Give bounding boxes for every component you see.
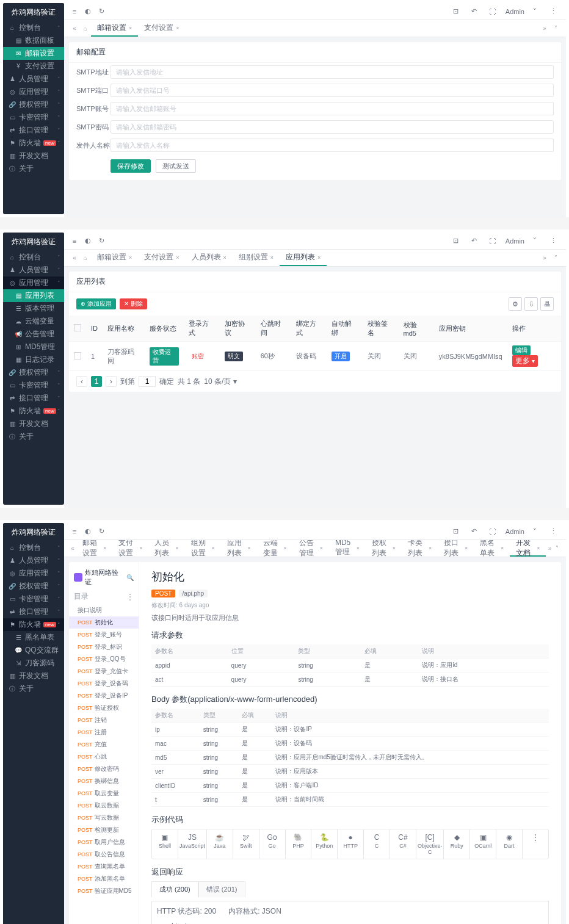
nav-pay[interactable]: ¥支付设置	[3, 60, 64, 73]
tab-mail[interactable]: 邮箱设置×	[91, 20, 138, 37]
nav-firewall[interactable]: ⚑防火墙new˅	[3, 405, 64, 417]
tab-item[interactable]: 应用列表×	[280, 250, 327, 266]
tab-item[interactable]: 黑名单表×	[474, 540, 510, 557]
nav-staff[interactable]: ♟人员管理˅	[3, 73, 64, 85]
return-icon[interactable]: ↶	[469, 526, 480, 537]
nav-staff[interactable]: ♟人员管理˅	[3, 554, 64, 567]
api-list-item[interactable]: POST登录_QQ号	[69, 653, 139, 665]
nav-devdoc[interactable]: ▥开发文档	[3, 417, 64, 430]
home-icon[interactable]: ⌂	[80, 250, 91, 266]
api-list-item[interactable]: POST登录_标识	[69, 641, 139, 653]
tab-item[interactable]: 云端变量×	[257, 540, 293, 557]
api-list-item[interactable]: POST初始化	[69, 616, 139, 629]
lang-tab[interactable]: ☕Java	[207, 829, 233, 859]
tab-item[interactable]: 组别设置×	[233, 250, 280, 266]
admin-label[interactable]: Admin	[506, 528, 524, 535]
tabs-down-icon[interactable]: ˅	[550, 250, 561, 266]
api-list-item[interactable]: POST添加黑名单	[69, 873, 139, 885]
api-list-item[interactable]: POST登录_账号	[69, 629, 139, 641]
tab-item[interactable]: 应用列表×	[221, 540, 257, 557]
api-list-item[interactable]: POST取云数据	[69, 799, 139, 812]
tab-item[interactable]: 人员列表×	[148, 540, 184, 557]
api-list-item[interactable]: POST注册	[69, 726, 139, 738]
tabs-nav-icon[interactable]: ˅	[554, 540, 561, 557]
nav-about[interactable]: ⓘ关于	[3, 162, 64, 175]
tab-item[interactable]: 开发文档×	[510, 540, 546, 557]
search-icon[interactable]: 🔍	[126, 574, 134, 581]
nav-devdoc[interactable]: ▥开发文档	[3, 670, 64, 682]
nav-console[interactable]: ⌂控制台˄	[3, 21, 64, 34]
add-app-button[interactable]: ⊕ 添加应用	[76, 298, 116, 309]
fullscreen-icon[interactable]: ⛶	[487, 236, 498, 247]
smtp-port-input[interactable]	[111, 84, 554, 97]
api-list-item[interactable]: POST验证授权	[69, 702, 139, 714]
filter-icon[interactable]: ⚙	[509, 297, 522, 311]
save-button[interactable]: 保存修改	[111, 159, 151, 173]
resp-tab-error[interactable]: 错误 (201)	[198, 881, 245, 897]
nav-app[interactable]: ◎应用管理˄	[3, 276, 64, 289]
return-icon[interactable]: ↶	[469, 6, 480, 17]
edit-button[interactable]: 编辑	[512, 345, 531, 355]
lang-tab[interactable]: ▣Shell	[152, 829, 178, 859]
pager-page[interactable]: 1	[91, 376, 102, 387]
chevron-down-icon[interactable]: ˅	[529, 526, 540, 537]
smtp-pwd-input[interactable]	[111, 120, 554, 134]
lang-tab[interactable]: C#C#	[390, 829, 416, 859]
resp-tab-success[interactable]: 成功 (200)	[151, 881, 198, 897]
nav-console[interactable]: ⌂控制台˅	[3, 541, 64, 554]
api-list-item[interactable]: POST充值	[69, 738, 139, 751]
nav-mail[interactable]: ✉邮箱设置	[3, 47, 64, 60]
api-list-item[interactable]: POST登录_设备码	[69, 677, 139, 690]
api-list-item[interactable]: POST修改密码	[69, 763, 139, 775]
lang-tab[interactable]: GoGo	[259, 829, 286, 859]
lang-tab[interactable]: CC	[364, 829, 390, 859]
api-list-item[interactable]: POST写云数据	[69, 812, 139, 824]
nav-card[interactable]: ▭卡密管理˅	[3, 111, 64, 124]
lang-tab[interactable]: 🐘PHP	[286, 829, 312, 859]
nav-card[interactable]: ▭卡密管理˅	[3, 593, 64, 605]
pager-prev[interactable]: ‹	[76, 376, 87, 387]
nav-devdoc[interactable]: ▥开发文档	[3, 150, 64, 162]
tab-item[interactable]: 支付设置×	[138, 250, 185, 266]
nav-auth[interactable]: 🔗授权管理˅	[3, 366, 64, 379]
pager-input[interactable]	[139, 376, 156, 387]
lang-tab[interactable]: 🐍Python	[311, 829, 338, 859]
nav-firewall[interactable]: ⚑防火墙new˄	[3, 618, 64, 631]
more-icon[interactable]: ⋮	[548, 6, 559, 17]
api-list-item[interactable]: POST换绑信息	[69, 775, 139, 787]
lang-tab[interactable]: ●HTTP	[338, 829, 364, 859]
nav-about[interactable]: ⓘ关于	[3, 682, 64, 695]
nav-staff[interactable]: ♟人员管理˅	[3, 264, 64, 276]
home-icon[interactable]: ⌂	[80, 20, 91, 37]
export-icon[interactable]: ⇩	[524, 297, 538, 311]
nav-notice[interactable]: 📢公告管理	[3, 328, 64, 341]
tabs-prev-icon[interactable]: «	[69, 250, 80, 266]
nav-qq[interactable]: 💬QQ交流群	[3, 644, 64, 657]
tabs-next-icon[interactable]: »	[539, 20, 550, 37]
chevron-down-icon[interactable]: ˅	[529, 236, 540, 247]
admin-label[interactable]: Admin	[506, 237, 524, 245]
nav-about[interactable]: ⓘ关于	[3, 430, 64, 443]
refresh-icon[interactable]: ↻	[96, 236, 107, 247]
delete-button[interactable]: ✕ 删除	[120, 298, 147, 309]
more-icon[interactable]: ⋮	[548, 526, 559, 537]
tab-item[interactable]: 卡类列表×	[402, 540, 438, 557]
tab-item[interactable]: 人员列表×	[186, 250, 233, 266]
tab-item[interactable]: 授权列表×	[366, 540, 402, 557]
tabs-prev-icon[interactable]: «	[69, 20, 80, 37]
tab-item[interactable]: 接口列表×	[438, 540, 474, 557]
lang-tab[interactable]: ▣OCaml	[470, 829, 496, 859]
nav-auth[interactable]: 🔗授权管理˅	[3, 580, 64, 593]
refresh-icon[interactable]: ↻	[96, 526, 107, 537]
sender-input[interactable]	[111, 139, 554, 152]
tabs-down-icon[interactable]: ˅	[550, 20, 561, 37]
return-icon[interactable]: ↶	[469, 236, 480, 247]
nav-md5[interactable]: ⊞MD5管理	[3, 341, 64, 353]
nav-app[interactable]: ◎应用管理˅	[3, 567, 64, 580]
more-icon[interactable]: ⋮	[548, 236, 559, 247]
notif-icon[interactable]: ⊡	[451, 526, 462, 537]
api-list-item[interactable]: POST心跳	[69, 751, 139, 763]
lang-tab[interactable]: 🕊Swift	[233, 829, 259, 859]
pager-next[interactable]: ›	[106, 376, 117, 387]
tab-item[interactable]: 组别设置×	[185, 540, 221, 557]
